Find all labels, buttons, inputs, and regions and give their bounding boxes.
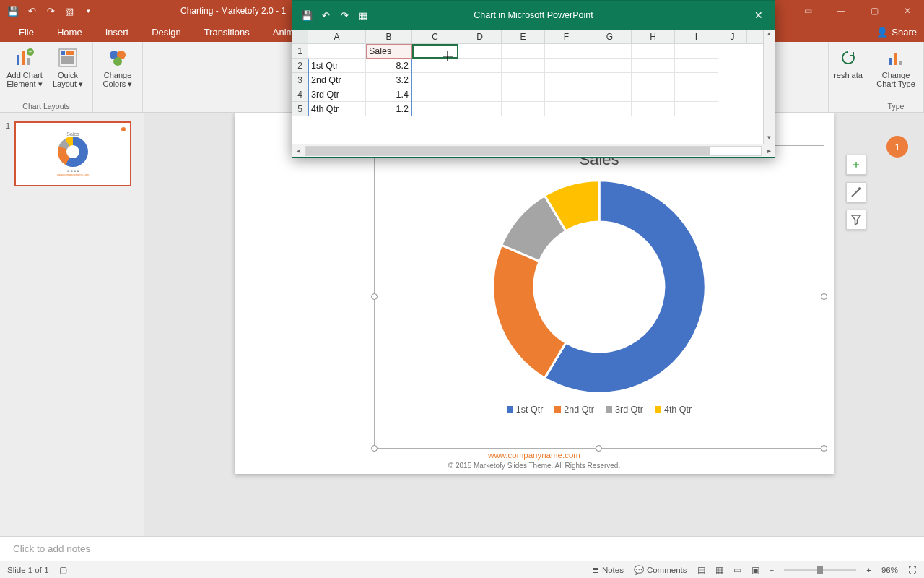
cell-D3[interactable] [458,73,502,87]
cell-A5[interactable]: 4th Qtr [308,102,366,116]
col-header-F[interactable]: F [545,30,588,43]
row-header-2[interactable]: 2 [292,59,308,73]
cell-G3[interactable] [588,73,632,87]
qat-dropdown-icon[interactable]: ▾ [82,5,94,17]
slide-editor-area[interactable]: 1 Sales 1st Qtr 2nd Qtr 3rd Qtr 4th Qtr [144,113,924,536]
tab-transitions[interactable]: Transitions [193,22,261,42]
donut-slice-2[interactable] [493,245,566,378]
cell-F3[interactable] [545,73,588,87]
change-colors-button[interactable]: Change Colors ▾ [97,45,138,97]
normal-view-icon[interactable]: ▤ [697,565,705,575]
cell-A1[interactable] [308,44,366,59]
tab-file[interactable]: File [7,22,45,42]
close-icon[interactable]: ✕ [891,1,924,21]
cell-B5[interactable]: 1.2 [366,102,412,116]
spellcheck-icon[interactable]: ▢ [59,565,67,575]
legend-item-4[interactable]: 4th Qtr [655,405,692,415]
notes-pane[interactable]: Click to add notes [0,536,924,561]
excel-close-button[interactable]: ✕ [743,1,775,29]
hscroll-right-icon[interactable]: ▸ [763,147,775,155]
excel-sheet-icon[interactable]: ▦ [357,9,369,21]
hscroll-track[interactable] [305,146,762,156]
reading-view-icon[interactable]: ▭ [733,565,741,575]
col-header-D[interactable]: D [458,30,502,43]
excel-save-icon[interactable]: 💾 [301,9,313,21]
slide-footer-link[interactable]: www.companyname.com [235,451,834,460]
zoom-out-icon[interactable]: − [770,566,775,574]
cell-B3[interactable]: 3.2 [366,73,412,87]
cell-G4[interactable] [588,87,632,102]
cell-C1[interactable] [412,44,458,59]
excel-undo-icon[interactable]: ↶ [320,9,331,21]
cell-D2[interactable] [458,59,502,73]
cell-D1[interactable] [458,44,502,59]
cell-E4[interactable] [502,87,545,102]
cell-C5[interactable] [412,102,458,116]
cell-D5[interactable] [458,102,502,116]
excel-select-all[interactable] [292,30,308,43]
cell-F4[interactable] [545,87,588,102]
legend-item-2[interactable]: 2nd Qtr [554,405,594,415]
excel-data-window[interactable]: 💾 ↶ ↷ ▦ Chart in Microsoft PowerPoint ✕ … [292,0,775,158]
cell-F2[interactable] [545,59,588,73]
chart-legend[interactable]: 1st Qtr 2nd Qtr 3rd Qtr 4th Qtr [375,405,824,415]
row-header-1[interactable]: 1 [292,44,308,59]
row-header-4[interactable]: 4 [292,87,308,102]
cell-E5[interactable] [502,102,545,116]
resize-handle-w[interactable] [371,293,378,300]
cell-A3[interactable]: 2nd Qtr [308,73,366,87]
legend-item-1[interactable]: 1st Qtr [507,405,544,415]
cell-H4[interactable] [632,87,675,102]
cell-A2[interactable]: 1st Qtr [308,59,366,73]
cell-B1[interactable]: Sales [366,44,412,59]
redo-icon[interactable]: ↷ [45,5,56,17]
refresh-data-button[interactable]: resh ata [833,45,863,97]
slideshow-view-icon[interactable]: ▣ [751,565,759,575]
resize-handle-e[interactable] [821,293,827,300]
slide-canvas[interactable]: Sales 1st Qtr 2nd Qtr 3rd Qtr 4th Qtr ww… [235,113,834,474]
cell-B2[interactable]: 8.2 [366,59,412,73]
add-chart-element-button[interactable]: + Add Chart Element ▾ [4,45,45,97]
cell-C3[interactable] [412,73,458,87]
undo-icon[interactable]: ↶ [26,5,38,17]
donut-chart[interactable] [375,175,824,399]
cell-C4[interactable] [412,87,458,102]
cell-I5[interactable] [675,102,718,116]
cell-C2[interactable] [412,59,458,73]
tab-insert[interactable]: Insert [94,22,141,42]
slide-thumb-1[interactable]: Sales ■ ■ ■ ■ www.companyname.com [14,121,131,186]
cell-H5[interactable] [632,102,675,116]
cell-D4[interactable] [458,87,502,102]
zoom-percent[interactable]: 96% [881,566,898,574]
maximize-icon[interactable]: ▢ [858,1,891,21]
excel-redo-icon[interactable]: ↷ [339,9,350,21]
excel-hscroll[interactable]: ◂ ▸ [292,144,775,157]
excel-grid[interactable]: A B C D E F G H I J 1 Sales 21st Qtr8.23… [292,30,775,144]
tab-design[interactable]: Design [140,22,192,42]
cell-I1[interactable] [675,44,718,59]
cell-I3[interactable] [675,73,718,87]
tab-home[interactable]: Home [45,22,94,42]
cell-G1[interactable] [588,44,632,59]
col-header-H[interactable]: H [632,30,675,43]
comments-button[interactable]: 💬Comments [634,565,687,575]
row-header-3[interactable]: 3 [292,73,308,87]
cell-F1[interactable] [545,44,588,59]
cell-E1[interactable] [502,44,545,59]
thumbnails-pane[interactable]: 1 Sales ■ ■ ■ ■ www.companyname.com [0,113,144,536]
minimize-icon[interactable]: — [824,1,858,21]
cell-F5[interactable] [545,102,588,116]
notes-button[interactable]: ≣Notes [592,565,624,575]
cell-A4[interactable]: 3rd Qtr [308,87,366,102]
col-header-A[interactable]: A [308,30,366,43]
cell-H2[interactable] [632,59,675,73]
save-icon[interactable]: 💾 [7,5,19,17]
ribbon-options-icon[interactable]: ▭ [791,1,824,21]
cell-I2[interactable] [675,59,718,73]
col-header-C[interactable]: C [412,30,458,43]
design-ideas-badge[interactable]: 1 [886,136,908,158]
legend-item-3[interactable]: 3rd Qtr [606,405,643,415]
cell-I4[interactable] [675,87,718,102]
col-header-B[interactable]: B [366,30,412,43]
sorter-view-icon[interactable]: ▦ [715,565,723,575]
